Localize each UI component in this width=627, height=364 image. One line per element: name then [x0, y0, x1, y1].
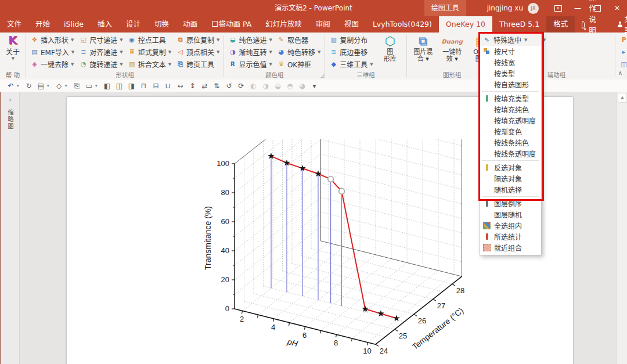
- tab-设计[interactable]: 设计: [119, 16, 147, 33]
- ribbon-button-对齐递进[interactable]: ≡对齐递进▼: [77, 46, 125, 58]
- menu-item-按线宽[interactable]: 按线宽: [480, 57, 541, 68]
- align-right-icon[interactable]: ◨: [125, 82, 138, 90]
- ribbon-button-渐纯互转[interactable]: ◑渐纯互转▼: [226, 46, 274, 58]
- ribbon-button-纯色递进[interactable]: ◒纯色递进▼: [226, 34, 274, 46]
- menu-item-隔选对象[interactable]: 隔选对象: [480, 173, 541, 184]
- avatar[interactable]: JX: [528, 3, 539, 14]
- ribbon-button-三维工具[interactable]: ◆三维工具▼: [327, 58, 375, 70]
- align-bottom-icon[interactable]: ⊔: [162, 82, 174, 90]
- ribbon-button-显示色值[interactable]: R显示色值▼: [226, 58, 274, 70]
- ribbon-button-文档处理[interactable]: P文档处理▼: [617, 34, 627, 46]
- tab-文件[interactable]: 文件: [0, 16, 28, 33]
- ribbon-button-插入形状[interactable]: ❖插入形状▼: [28, 34, 77, 46]
- menu-item-按填充透明度[interactable]: 按填充透明度: [480, 115, 541, 126]
- chevron-down-icon[interactable]: ▾: [47, 84, 53, 88]
- circle-marker[interactable]: [328, 176, 334, 182]
- tab-OneKey 10[interactable]: OneKey 10: [439, 16, 492, 33]
- undo-icon[interactable]: ↶: [5, 82, 17, 90]
- flip-horizontal-icon[interactable]: ⇄: [199, 82, 211, 90]
- tab-开始[interactable]: 开始: [28, 16, 57, 33]
- redo-icon[interactable]: ↻: [23, 82, 35, 90]
- new-slide-icon[interactable]: ▭: [83, 82, 95, 90]
- shapes-icon[interactable]: ◇: [53, 82, 65, 90]
- circle-marker[interactable]: [339, 189, 345, 194]
- chevron-down-icon[interactable]: ▾: [95, 84, 101, 88]
- align-left-icon[interactable]: ◧: [101, 82, 113, 90]
- expand-pane-arrow-icon[interactable]: ›: [1, 96, 19, 103]
- tab-动画[interactable]: 动画: [176, 16, 204, 33]
- qat-more-icon[interactable]: ▾: [308, 82, 320, 90]
- ribbon-button-跨页工具[interactable]: ⎘跨页工具: [174, 58, 222, 70]
- ribbon-button-原位复制[interactable]: ⧉原位复制▼: [174, 34, 222, 46]
- flip-vertical-icon[interactable]: ⇅: [211, 82, 223, 90]
- dash-icon: [482, 244, 491, 251]
- ribbon-button-逐帧相关[interactable]: ◫逐帧相关▼: [617, 58, 627, 70]
- menu-item-按尺寸[interactable]: 按尺寸: [480, 46, 541, 57]
- rotate-left-icon[interactable]: ↺: [223, 82, 235, 90]
- tab-审阅[interactable]: 审阅: [309, 16, 337, 33]
- ribbon-button-顶点相关[interactable]: ◁顶点相关▼: [174, 46, 222, 58]
- align-top-icon[interactable]: ⊓: [138, 82, 150, 90]
- ribbon-button-拆合文本[interactable]: ▧拆合文本▼: [125, 58, 174, 70]
- distribute-vertical-icon[interactable]: ↕: [186, 82, 199, 90]
- align-middle-icon[interactable]: ⊟: [150, 82, 162, 90]
- tab-幻灯片放映[interactable]: 幻灯片放映: [258, 16, 309, 33]
- menu-item-图层倒序[interactable]: 图层倒序: [480, 198, 541, 209]
- menu-item-所选统计[interactable]: 所选统计: [480, 231, 541, 242]
- align-center-icon[interactable]: ◫: [113, 82, 125, 90]
- menu-item-全选组内[interactable]: 全选组内: [480, 220, 541, 231]
- tab-iSlide[interactable]: iSlide: [57, 16, 91, 33]
- ribbon-button-控点工具[interactable]: ◉控点工具: [125, 34, 174, 46]
- ribbon-button-复制分布[interactable]: ▥复制分布: [327, 34, 375, 46]
- menu-item-图层随机[interactable]: 图层随机: [480, 209, 541, 220]
- ribbon-bigbutton-一键特效[interactable]: Duang一键特 效 ▾: [438, 34, 467, 63]
- chevron-down-icon[interactable]: ▾: [65, 84, 71, 88]
- collapse-ribbon-button[interactable]: ∧: [618, 70, 622, 362]
- menu-item-随机选择[interactable]: 随机选择: [480, 184, 541, 195]
- dialog-launcher-icon[interactable]: ◿: [320, 73, 324, 78]
- menu-item-按类型[interactable]: 按类型: [480, 68, 541, 79]
- menu-item-按渐变色[interactable]: 按渐变色: [480, 126, 541, 137]
- tell-me-search[interactable]: 操作说明搜索: [575, 16, 608, 33]
- ribbon-button-取色器[interactable]: ✎取色器: [275, 34, 323, 46]
- slide-layout-icon[interactable]: ▤: [35, 82, 47, 90]
- thumbnail-pane-collapsed[interactable]: › 缩略图: [1, 92, 20, 364]
- ribbon-display-options-button[interactable]: ∧: [548, 0, 568, 16]
- menu-item-按自选图形[interactable]: 按自选图形: [480, 79, 541, 90]
- rotate-right-icon[interactable]: ⟳: [235, 82, 247, 90]
- 3d-chart[interactable]: 0204060801002468102425262728Transmitance…: [189, 139, 502, 364]
- special-select-button[interactable]: ⇖ 特殊选中 ▼: [480, 34, 541, 46]
- tab-ThreeD 5.1[interactable]: ThreeD 5.1: [492, 16, 546, 33]
- about-button[interactable]: 关于 ▼: [3, 46, 22, 61]
- ribbon-button-矩式复制[interactable]: ⠿矩式复制▼: [125, 46, 174, 58]
- chevron-down-icon[interactable]: ▾: [17, 84, 23, 88]
- ribbon-button-纯色转移[interactable]: ◕纯色转移▼: [275, 46, 323, 58]
- minimize-button[interactable]: —: [568, 0, 588, 16]
- menu-item-就近组合[interactable]: 就近组合: [480, 242, 541, 253]
- ribbon-button-一键去除[interactable]: ◈一键去除▼: [28, 58, 77, 70]
- ribbon-button-尺寸递进[interactable]: ◱尺寸递进▼: [77, 34, 125, 46]
- cursor-select-icon: ⇖: [482, 36, 491, 44]
- tab-切换[interactable]: 切换: [147, 16, 176, 33]
- tab-插入[interactable]: 插入: [91, 16, 119, 33]
- tab-口袋动画 PA[interactable]: 口袋动画 PA: [204, 16, 258, 33]
- ribbon-button-视频工具[interactable]: ▸视频工具▼: [617, 46, 627, 58]
- menu-item-按填充类型[interactable]: 按填充类型: [480, 93, 541, 104]
- duplicate-slide-icon[interactable]: ⎘: [71, 82, 83, 90]
- ribbon-bigbutton-图片混合[interactable]: ⧉图片混 合 ▾: [409, 34, 438, 63]
- menu-item-反选对象[interactable]: 反选对象: [480, 162, 541, 173]
- tab-格式[interactable]: 格式: [546, 16, 575, 33]
- ribbon-button-旋转递进[interactable]: ◔旋转递进▼: [77, 58, 125, 70]
- ribbon-button-EMF导入[interactable]: ▤EMF导入▼: [28, 46, 77, 58]
- menu-item-按线条透明度[interactable]: 按线条透明度: [480, 148, 541, 159]
- menu-item-按线条纯色[interactable]: 按线条纯色: [480, 137, 541, 148]
- ribbon-bigbutton-图形库[interactable]: ⬡图 形库: [376, 34, 405, 63]
- share-button[interactable]: 共享: [608, 16, 627, 33]
- menu-item-按填充纯色[interactable]: 按填充纯色: [480, 104, 541, 115]
- distribute-horizontal-icon[interactable]: ↔: [174, 82, 186, 90]
- user-name[interactable]: jingjing xu: [487, 4, 523, 12]
- tab-视图[interactable]: 视图: [337, 16, 366, 33]
- ribbon-button-底边垂移[interactable]: ≋底边垂移: [327, 46, 375, 58]
- tab-LvyhTools(0429)[interactable]: LvyhTools(0429): [366, 16, 439, 33]
- ribbon-button-OK神框[interactable]: ♛OK神框: [275, 58, 323, 70]
